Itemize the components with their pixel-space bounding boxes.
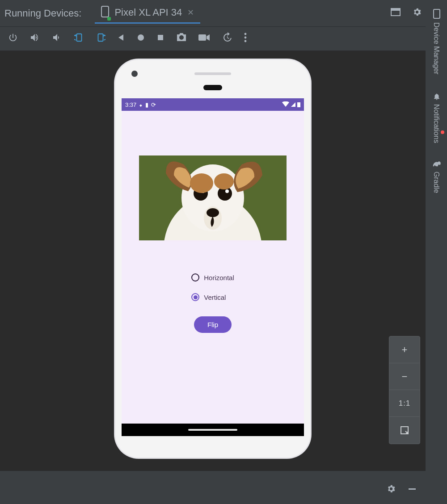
nav-handle [188,429,237,431]
svg-point-16 [245,40,247,42]
svg-rect-2 [391,8,400,11]
right-rail: Device Manager Notifications Gradle [426,0,447,504]
overview-icon[interactable] [156,34,164,44]
window-icon[interactable] [391,8,401,18]
svg-rect-10 [158,35,163,40]
running-devices-label: Running Devices: [4,8,81,19]
status-icon: ⟳ [151,101,156,108]
phone-icon [101,6,109,20]
svg-point-24 [225,189,229,193]
screenshot-icon[interactable] [176,33,187,44]
svg-rect-30 [434,9,440,18]
history-icon[interactable] [222,32,232,45]
svg-marker-13 [207,34,210,41]
device-tab[interactable]: Pixel XL API 34 ✕ [95,3,200,24]
svg-point-14 [245,33,247,35]
bottom-bar [0,476,426,504]
phone-screen[interactable]: 3:37 ⬥ ▮ ⟳ [122,98,304,436]
volume-up-icon[interactable] [30,32,40,45]
svg-point-15 [245,37,247,39]
emulator-toolbar [0,27,447,51]
radio-vertical[interactable]: Vertical [191,293,226,301]
status-icon: ⬥ [139,101,143,108]
sidebar-device-manager[interactable]: Device Manager [432,9,441,75]
front-camera [131,71,138,77]
signal-icon [291,102,295,107]
flip-button[interactable]: Flip [194,316,232,333]
more-icon[interactable] [244,33,247,45]
zoom-in-button[interactable]: + [389,336,420,363]
notification-dot [441,130,444,134]
record-icon[interactable] [198,34,210,44]
svg-point-9 [138,34,144,41]
sidebar-item-label: Notifications [432,104,440,143]
close-tab-icon[interactable]: ✕ [187,8,194,17]
phone-frame: 3:37 ⬥ ▮ ⟳ [114,59,311,458]
tab-bar: Running Devices: Pixel XL API 34 ✕ [0,0,447,27]
svg-rect-4 [77,34,82,42]
radio-label: Horizontal [204,274,234,281]
zoom-fit-button[interactable] [389,417,420,444]
zoom-one-to-one-button[interactable]: 1:1 [389,390,420,417]
svg-marker-5 [75,34,76,37]
emulator-viewport: 3:37 ⬥ ▮ ⟳ [0,51,426,471]
volume-down-icon[interactable] [52,32,63,45]
svg-rect-6 [98,34,103,42]
status-time: 3:37 [125,101,136,108]
sidebar-notifications[interactable]: Notifications [432,92,441,143]
device-tab-label: Pixel XL API 34 [114,7,182,18]
sidebar-gradle[interactable]: Gradle [432,161,441,193]
gear-icon[interactable] [386,484,396,496]
svg-point-28 [214,173,234,189]
radio-icon-selected [191,293,199,301]
sidebar-item-label: Gradle [432,172,440,193]
battery-icon [297,102,300,107]
svg-marker-7 [103,34,105,37]
android-status-bar: 3:37 ⬥ ▮ ⟳ [122,98,304,111]
radio-horizontal[interactable]: Horizontal [191,273,234,281]
svg-rect-31 [409,488,416,490]
power-icon[interactable] [8,33,18,45]
bell-icon [432,92,441,101]
zoom-panel: + − 1:1 [389,336,420,444]
svg-rect-0 [101,6,109,17]
svg-rect-12 [198,34,206,41]
rotate-left-icon[interactable] [74,32,84,45]
svg-point-11 [180,36,183,39]
svg-marker-8 [118,34,123,41]
radio-icon [191,273,199,281]
content-image [139,155,287,240]
svg-point-27 [190,173,213,193]
home-icon[interactable] [137,34,145,44]
zoom-out-button[interactable]: − [389,363,420,390]
app-content: Horizontal Vertical Flip [122,111,304,333]
rotate-right-icon[interactable] [96,32,105,45]
svg-point-26 [207,208,219,217]
minimize-icon[interactable] [408,484,417,496]
device-icon [432,9,441,19]
sensor-pill [203,85,222,90]
status-icon: ▮ [145,101,148,108]
speaker [194,72,231,75]
android-navbar[interactable] [122,424,304,436]
options-group: Horizontal Vertical Flip [191,273,234,333]
elephant-icon [432,161,441,168]
radio-label: Vertical [204,294,226,301]
back-icon[interactable] [117,34,125,44]
sidebar-item-label: Device Manager [432,22,440,75]
gear-icon[interactable] [412,7,422,19]
wifi-icon [282,101,289,108]
